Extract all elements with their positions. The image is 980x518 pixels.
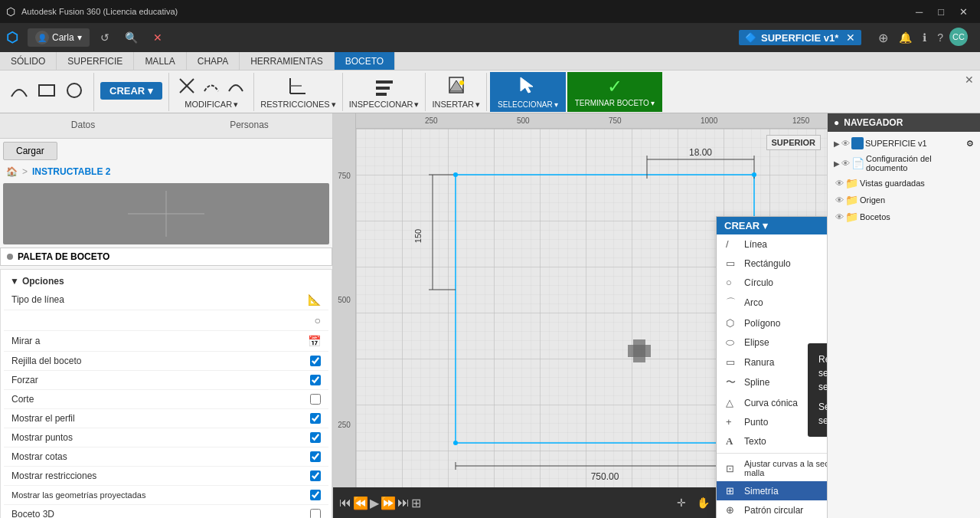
ribbon-sketch-tools [3, 77, 90, 106]
cargar-btn[interactable]: Cargar [3, 142, 57, 160]
mirar-icon[interactable]: 📅 [308, 335, 321, 347]
terminar-boceto-btn[interactable]: ✓ TERMINAR BOCETO ▾ [567, 72, 662, 112]
ribbon-insertar-group: INSERTAR ▾ [429, 70, 483, 113]
pan-btn[interactable]: ✋ [693, 494, 714, 511]
nav-item-origen[interactable]: 👁 📁 Origen [831, 192, 977, 208]
circulo-label: Círculo [744, 277, 827, 288]
ribbon: SÓLIDO SUPERFICIE MALLA CHAPA HERRAMIENT… [0, 52, 980, 113]
search-btn[interactable]: 🔍 [120, 28, 142, 47]
playback-start-btn[interactable]: ⏮ [339, 496, 351, 510]
restricciones-checkbox[interactable] [310, 470, 321, 481]
restricciones-row: Mostrar restricciones [4, 467, 328, 486]
menu-arco[interactable]: ⌒ Arco ▶ [717, 292, 827, 313]
nav-item-superficie[interactable]: ▶ 👁 SUPERFICIE v1 ⚙ [831, 135, 977, 152]
tab-malla[interactable]: MALLA [134, 52, 186, 70]
fillet-btn[interactable] [224, 74, 247, 100]
tab-herramientas[interactable]: HERRAMIENTAS [240, 52, 334, 70]
geometrias-row: Mostrar las geometrías proyectadas [4, 486, 328, 505]
add-tab-btn[interactable]: ⊕ [874, 28, 893, 48]
boceto3d-checkbox[interactable] [310, 509, 321, 518]
restricciones-icon [286, 74, 309, 100]
playback-back-btn[interactable]: ⏪ [353, 496, 368, 510]
modificar-label-btn[interactable]: MODIFICAR ▾ [185, 100, 238, 110]
help-btn[interactable]: ? [933, 28, 948, 48]
menu-patron-circular[interactable]: ⊕ Patrón circular [717, 500, 827, 518]
svg-point-12 [459, 80, 464, 85]
restricciones-label-btn[interactable]: RESTRICCIONES ▾ [260, 100, 335, 110]
user-menu-btn[interactable]: 👤 Carla ▾ [28, 28, 90, 47]
nav-gear-icon[interactable]: ⚙ [966, 139, 974, 149]
info-btn[interactable]: ℹ [918, 28, 931, 48]
playback-end-btn[interactable]: ⏭ [397, 496, 410, 510]
tab-chapa[interactable]: CHAPA [187, 52, 240, 70]
rejilla-checkbox[interactable] [310, 356, 321, 366]
circle-tool-btn[interactable] [61, 77, 87, 106]
topbar: ⬡ 👤 Carla ▾ ↺ 🔍 ✕ 🔷 SUPERFICIE v1* ✕ ⊕ 🔔… [0, 23, 980, 52]
playback-play-btn[interactable]: ▶ [370, 496, 379, 510]
simetria-label: Simetría [744, 486, 827, 497]
nav-cube-btn[interactable]: ✛ [673, 494, 690, 511]
inspeccionar-label-btn[interactable]: INSPECCIONAR ▾ [349, 100, 420, 110]
arc-tool-btn[interactable] [6, 77, 32, 106]
breadcrumb-item[interactable]: INSTRUCTABLE 2 [32, 166, 110, 177]
geometrias-checkbox[interactable] [310, 490, 321, 500]
nav-expand-config: ▶ [834, 159, 840, 168]
tab-personas[interactable]: Personas [166, 113, 332, 138]
poligono-icon: ⬡ [726, 317, 738, 329]
refresh-btn[interactable]: ↺ [96, 28, 114, 47]
tipo-linea-circle-icon[interactable]: ○ [315, 314, 321, 326]
insertar-label-btn[interactable]: INSERTAR ▾ [432, 100, 480, 110]
maximize-btn[interactable]: □ [932, 6, 950, 18]
puntos-checkbox[interactable] [310, 432, 321, 443]
doc-close-btn[interactable]: ✕ [846, 31, 855, 44]
cotas-checkbox[interactable] [310, 451, 321, 462]
cotas-row: Mostrar cotas [4, 448, 328, 467]
nav-item-config[interactable]: ▶ 👁 📄 Configuración del documento [831, 152, 977, 175]
sketch-timeline-btn[interactable]: ⊞ [411, 496, 421, 510]
seleccionar-btn[interactable]: SELECCIONAR ▾ [490, 72, 566, 112]
menu-poligono[interactable]: ⬡ Polígono ▶ [717, 313, 827, 333]
breadcrumb: 🏠 > INSTRUCTABLE 2 [0, 163, 332, 180]
nav-eye-icon: 👁 [841, 139, 850, 148]
menu-circulo[interactable]: ○ Círculo ▶ [717, 273, 827, 292]
options-title[interactable]: ▼ Opciones [4, 273, 328, 290]
nav-item-bocetos[interactable]: 👁 📁 Bocetos [831, 208, 977, 225]
extend-btn[interactable] [200, 74, 223, 100]
corte-checkbox[interactable] [310, 394, 321, 405]
trim-btn[interactable] [175, 74, 198, 100]
rejilla-row: Rejilla del boceto [4, 352, 328, 371]
forzar-checkbox[interactable] [310, 375, 321, 385]
playback-forward-btn[interactable]: ⏩ [381, 496, 396, 510]
ribbon-sep3 [253, 73, 254, 111]
notification-btn[interactable]: 🔔 [894, 28, 916, 48]
palette-header[interactable]: PALETA DE BOCETO [0, 248, 332, 266]
tab-solido[interactable]: SÓLIDO [0, 52, 57, 70]
tab-datos[interactable]: Datos [0, 113, 166, 138]
puntos-label: Mostrar puntos [11, 432, 73, 443]
menu-ajustar[interactable]: ⊡ Ajustar curvas a la sección de malla [717, 455, 827, 481]
ribbon-close-btn[interactable]: ✕ [965, 74, 974, 86]
scale-500: 500 [338, 296, 351, 304]
menu-rectangulo[interactable]: ▭ Rectángulo ▶ [717, 254, 827, 273]
forzar-label: Forzar [11, 375, 38, 385]
nav-item-vistas[interactable]: 👁 📁 Vistas guardadas [831, 175, 977, 192]
tab-superficie[interactable]: SUPERFICIE [57, 52, 134, 70]
crear-dropdown-btn[interactable]: CREAR ▾ [100, 82, 162, 100]
perfil-checkbox[interactable] [310, 413, 321, 424]
close-btn[interactable]: ✕ [953, 6, 974, 18]
menu-linea[interactable]: / Línea L [717, 234, 827, 254]
ribbon-sep5 [425, 73, 426, 111]
breadcrumb-home[interactable]: 🏠 [6, 166, 18, 177]
tipo-linea-icon[interactable]: 📐 [308, 293, 321, 306]
rect-tool-btn[interactable] [34, 77, 60, 106]
tab-boceto[interactable]: BOCETO [335, 52, 395, 70]
navigator-panel: ● NAVEGADOR ▶ 👁 SUPERFICIE v1 ⚙ ▶ 👁 📄 Co… [827, 113, 980, 518]
nav-origen-label: Origen [860, 195, 974, 205]
menu-simetria[interactable]: ⊞ Simetría ⋯ [717, 481, 827, 500]
svg-rect-39 [628, 345, 651, 357]
scale-top-1000: 1000 [701, 116, 717, 125]
close-workspace-btn[interactable]: ✕ [149, 28, 167, 47]
minimize-btn[interactable]: ─ [910, 6, 929, 18]
canvas-area[interactable]: 750 500 250 250 500 750 1000 1250 [333, 113, 827, 518]
elipse-icon: ⬭ [726, 336, 738, 349]
